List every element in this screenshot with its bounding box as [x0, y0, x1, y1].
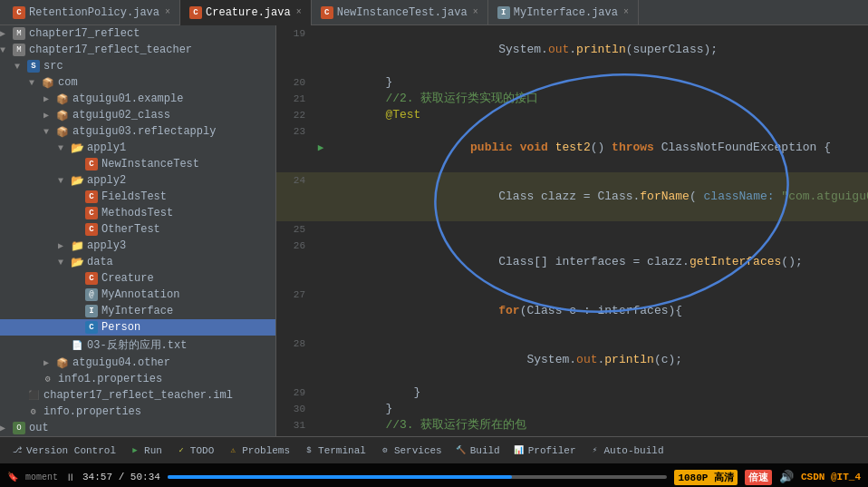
interface-icon: I [497, 6, 510, 19]
module-icon: M [13, 27, 25, 40]
expand-arrow: ▼ [58, 176, 71, 186]
speed-badge[interactable]: 倍速 [745, 470, 772, 485]
services-btn[interactable]: ⚙ Services [373, 443, 448, 459]
sidebar-item-teacher-iml[interactable]: ▶ ⬛ chapter17_reflect_teacher.iml [0, 387, 275, 404]
folder-icon: 📂 [71, 174, 83, 187]
sidebar: ▶ M chapter17_reflect ▼ M chapter17_refl… [0, 25, 276, 436]
folder-icon: 📂 [71, 141, 83, 154]
sidebar-item-myannotation[interactable]: ▶ @ MyAnnotation [0, 287, 275, 303]
sidebar-item-chapter17-teacher[interactable]: ▼ M chapter17_reflect_teacher [0, 42, 275, 58]
sidebar-item-info1-props[interactable]: ▶ ⚙ info1.properties [0, 371, 275, 387]
playback-icon[interactable]: ⏸ [65, 472, 75, 483]
sidebar-item-txt[interactable]: ▶ 📄 03-反射的应用.txt [0, 336, 275, 355]
sidebar-item-atguigu04[interactable]: ▶ 📦 atguigu04.other [0, 355, 275, 371]
tab-close[interactable]: × [296, 7, 302, 17]
code-line-28: 28 System.out.println(c); [276, 336, 868, 385]
expand-arrow: ▶ [0, 423, 13, 433]
todo-btn[interactable]: ✓ TODO [169, 443, 219, 459]
package-icon: 📦 [56, 125, 69, 138]
sidebar-item-info-props[interactable]: ▶ ⚙ info.properties [0, 404, 275, 420]
main-layout: ▶ M chapter17_reflect ▼ M chapter17_refl… [0, 25, 868, 436]
sidebar-item-person[interactable]: ▶ C Person [0, 319, 275, 336]
video-moment-label: 🔖 [7, 472, 18, 482]
build-icon: 🔨 [455, 444, 468, 457]
tab-newinstance[interactable]: C NewInstanceTest.java × [312, 0, 488, 25]
problems-icon: ⚠ [227, 444, 239, 457]
editor-area[interactable]: 19 System.out.println(superClass); 20 } [276, 25, 868, 436]
out-icon: O [13, 422, 25, 434]
java-icon: C [85, 207, 98, 219]
sidebar-item-fieldstest[interactable]: ▶ C FieldsTest [0, 189, 275, 205]
folder-icon: 📁 [71, 239, 83, 252]
sidebar-item-myinterface[interactable]: ▶ I MyInterface [0, 303, 275, 319]
expand-arrow: ▶ [43, 93, 56, 104]
java-icon: C [85, 190, 98, 203]
video-time: 34:57 / 50:34 [82, 472, 160, 482]
sidebar-item-atguigu01[interactable]: ▶ 📦 atguigu01.example [0, 91, 275, 107]
props-icon: ⚙ [42, 373, 54, 385]
sidebar-item-apply2[interactable]: ▼ 📂 apply2 [0, 172, 275, 189]
java-icon: C [13, 6, 25, 19]
module-icon: M [13, 44, 25, 56]
expand-arrow: ▼ [29, 78, 42, 88]
watermark: CSDN @IT_4 [801, 472, 861, 482]
version-control-btn[interactable]: ⎇ Version Control [5, 443, 121, 459]
sidebar-item-chapter17-reflect[interactable]: ▶ M chapter17_reflect [0, 25, 275, 42]
package-icon: 📦 [56, 109, 69, 122]
video-progress-bar[interactable] [168, 475, 668, 479]
sidebar-item-data[interactable]: ▼ 📂 data [0, 254, 275, 270]
expand-arrow: ▼ [58, 258, 71, 268]
code-line-19: 19 System.out.println(superClass); [276, 25, 868, 74]
resolution-badge[interactable]: 1080P 高清 [674, 470, 738, 485]
package-icon: 📦 [42, 76, 54, 89]
expand-arrow: ▼ [14, 62, 27, 72]
terminal-icon: $ [303, 444, 315, 457]
tab-retention[interactable]: C RetentionPolicy.java × [4, 0, 180, 25]
code-line-30: 30 } [276, 401, 868, 417]
code-line-25: 25 [276, 221, 868, 238]
tab-close[interactable]: × [473, 7, 478, 17]
package-icon: 📦 [56, 93, 69, 105]
volume-icon[interactable]: 🔊 [779, 470, 794, 484]
expand-arrow: ▶ [58, 240, 71, 251]
tab-close[interactable]: × [623, 7, 629, 17]
code-line-24: 24 Class clazz = Class.forName( classNam… [276, 172, 868, 221]
problems-btn[interactable]: ⚠ Problems [221, 443, 295, 459]
src-icon: S [27, 60, 40, 73]
auto-build-icon: ⚡ [589, 444, 602, 457]
sidebar-item-src[interactable]: ▼ S src [0, 58, 275, 74]
tab-myinterface[interactable]: I MyInterface.java × [488, 0, 639, 25]
sidebar-item-newinstancetest[interactable]: ▶ C NewInstanceTest [0, 156, 275, 172]
sidebar-item-out[interactable]: ▶ O out [0, 420, 275, 436]
profiler-btn[interactable]: 📊 Profiler [507, 443, 582, 459]
terminal-btn[interactable]: $ Terminal [297, 443, 371, 459]
package-icon: 📦 [56, 356, 69, 369]
sidebar-item-com[interactable]: ▼ 📦 com [0, 74, 275, 91]
code-line-21: 21 //2. 获取运行类实现的接口 [276, 91, 868, 107]
tab-creature[interactable]: C Creature.java × [180, 0, 312, 25]
code-line-20: 20 } [276, 74, 868, 91]
code-lines: 19 System.out.println(superClass); 20 } [276, 25, 868, 436]
sidebar-item-atguigu02[interactable]: ▶ 📦 atguigu02_class [0, 107, 275, 123]
tab-close[interactable]: × [165, 7, 170, 17]
build-btn[interactable]: 🔨 Build [449, 443, 506, 459]
bottom-bar: ⎇ Version Control ▶ Run ✓ TODO ⚠ Problem… [0, 436, 868, 463]
sidebar-item-othertest[interactable]: ▶ C OtherTest [0, 221, 275, 238]
sidebar-item-methodstest[interactable]: ▶ C MethodsTest [0, 205, 275, 221]
java-icon: C [85, 223, 98, 236]
folder-icon: 📂 [71, 256, 83, 268]
code-line-26: 26 Class[] interfaces = clazz.getInterfa… [276, 238, 868, 287]
code-line-22: 22 @Test [276, 107, 868, 123]
sidebar-item-creature[interactable]: ▶ C Creature [0, 270, 275, 287]
tabs-bar: C RetentionPolicy.java × C Creature.java… [0, 0, 868, 25]
code-line-31: 31 //3. 获取运行类所在的包 [276, 417, 868, 433]
auto-build-btn[interactable]: ⚡ Auto-build [583, 443, 670, 459]
run-gutter[interactable]: ▶ [318, 140, 324, 156]
editor-scroll[interactable]: 19 System.out.println(superClass); 20 } [276, 25, 868, 436]
expand-arrow: ▼ [0, 45, 13, 55]
sidebar-item-apply3[interactable]: ▶ 📁 apply3 [0, 238, 275, 254]
code-line-32: 32 @Test [276, 433, 868, 436]
sidebar-item-atguigu03[interactable]: ▼ 📦 atguigu03.reflectapply [0, 123, 275, 140]
sidebar-item-apply1[interactable]: ▼ 📂 apply1 [0, 140, 275, 156]
run-btn[interactable]: ▶ Run [123, 443, 168, 459]
